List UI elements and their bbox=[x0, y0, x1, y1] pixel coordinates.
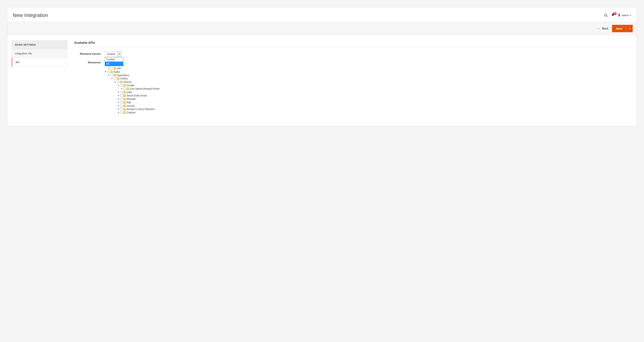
tree-node[interactable]: Analytics bbox=[105, 63, 632, 67]
action-toolbar: ← Back Save bbox=[7, 22, 637, 35]
search-icon[interactable] bbox=[604, 13, 608, 17]
tree-node[interactable]: Reorder bbox=[118, 97, 632, 101]
folder-icon bbox=[123, 98, 126, 100]
tree-toggle-icon[interactable] bbox=[118, 112, 119, 113]
tree-toggle-icon[interactable] bbox=[118, 92, 119, 93]
tree-checkbox[interactable] bbox=[120, 108, 122, 110]
tree-node-label: Cancel bbox=[127, 104, 134, 108]
tree-node[interactable]: Sales bbox=[105, 70, 632, 74]
user-icon bbox=[618, 14, 621, 17]
tree-checkbox[interactable] bbox=[110, 67, 113, 70]
folder-icon bbox=[126, 88, 129, 90]
select-value: Custom bbox=[105, 52, 117, 57]
tree-node-label: Accept or Deny Payment bbox=[127, 107, 154, 111]
tree-checkbox[interactable] bbox=[120, 91, 122, 93]
tree-checkbox[interactable] bbox=[120, 101, 122, 104]
tree-toggle-icon[interactable] bbox=[118, 102, 119, 103]
sidebar-item-label: API bbox=[16, 61, 20, 64]
tree-checkbox[interactable] bbox=[120, 111, 122, 114]
tree-toggle-icon[interactable] bbox=[118, 105, 119, 106]
tree-checkbox[interactable] bbox=[120, 105, 122, 107]
sidebar-item-api[interactable]: API bbox=[12, 58, 68, 67]
tree-checkbox[interactable] bbox=[120, 84, 122, 87]
tree-node-label: View bbox=[127, 91, 132, 94]
sidebar-item-label: Integration Info bbox=[15, 52, 32, 55]
notifications-button[interactable]: 39 bbox=[611, 13, 614, 18]
tree-checkbox[interactable] bbox=[107, 71, 110, 73]
tree-node[interactable]: ard bbox=[105, 60, 632, 63]
tree-node[interactable]: Send Order Email bbox=[118, 94, 632, 97]
tree-node[interactable]: Edit bbox=[118, 101, 632, 104]
chevron-down-icon bbox=[119, 54, 120, 55]
tree-node-label: Operations bbox=[117, 74, 129, 77]
tree-node[interactable]: Cancel bbox=[118, 104, 632, 108]
notification-count: 39 bbox=[613, 13, 616, 15]
resource-access-label: Resource Access bbox=[74, 51, 105, 55]
tree-node-label: Capture bbox=[127, 111, 136, 114]
tree-checkbox[interactable] bbox=[114, 77, 116, 80]
tree-node-label: Edit bbox=[127, 101, 131, 104]
tree-node[interactable]: View bbox=[118, 91, 632, 94]
tree-node[interactable]: API bbox=[108, 67, 632, 70]
sidebar-item-integration-info[interactable]: Integration Info bbox=[12, 49, 68, 58]
folder-icon bbox=[114, 74, 116, 76]
svg-line-1 bbox=[606, 16, 607, 17]
save-dropdown-button[interactable] bbox=[626, 25, 633, 32]
tree-toggle-icon[interactable] bbox=[121, 88, 122, 89]
tree-toggle-icon[interactable] bbox=[114, 82, 116, 83]
tree-node-label: Send Order Email bbox=[127, 94, 146, 97]
tree-node-label: Sales bbox=[114, 70, 120, 74]
tree-checkbox[interactable] bbox=[117, 81, 119, 83]
resource-access-dropdown: Custom All bbox=[105, 57, 123, 66]
tree-toggle-icon[interactable] bbox=[118, 98, 119, 100]
tree-toggle-icon[interactable] bbox=[118, 109, 119, 110]
tree-toggle-icon[interactable] bbox=[108, 68, 110, 69]
folder-icon bbox=[114, 67, 116, 70]
chevron-down-icon bbox=[630, 15, 631, 16]
tree-checkbox[interactable] bbox=[120, 98, 122, 100]
tree-node[interactable]: Actions bbox=[114, 80, 632, 84]
tree-node-label: Can Spend Reward Points bbox=[130, 87, 160, 91]
tree-node-label: Create bbox=[127, 84, 134, 87]
folder-icon bbox=[123, 108, 126, 110]
tree-toggle-icon[interactable] bbox=[108, 75, 110, 76]
tree-toggle-icon[interactable] bbox=[118, 95, 119, 96]
settings-sidebar: BASIC SETTINGS Integration Info API bbox=[12, 40, 68, 67]
folder-icon bbox=[117, 78, 120, 80]
tree-node-label: Actions bbox=[124, 80, 132, 84]
tree-node-label: Reorder bbox=[127, 97, 136, 101]
section-title: Available APIs bbox=[74, 41, 632, 47]
tree-node-label: Orders bbox=[120, 77, 128, 80]
select-toggle[interactable] bbox=[117, 52, 122, 57]
tree-checkbox[interactable] bbox=[120, 94, 122, 97]
tree-checkbox[interactable] bbox=[124, 88, 126, 90]
tree-toggle-icon[interactable] bbox=[105, 71, 106, 72]
resource-access-select[interactable]: Custom bbox=[105, 51, 122, 57]
tree-node[interactable]: Can Spend Reward Points bbox=[121, 87, 632, 91]
back-label: Back bbox=[602, 27, 608, 30]
page-title: New Integration bbox=[13, 13, 48, 18]
save-button[interactable]: Save bbox=[612, 25, 626, 32]
tree-node[interactable]: Orders bbox=[111, 77, 632, 80]
tree-node[interactable]: Capture bbox=[118, 111, 632, 114]
tree-node[interactable]: Create bbox=[118, 84, 632, 87]
page-header: New Integration 39 bbox=[7, 7, 637, 22]
folder-icon bbox=[123, 94, 126, 97]
dropdown-option-custom[interactable]: Custom bbox=[105, 57, 123, 62]
tree-toggle-icon[interactable] bbox=[111, 78, 113, 79]
tree-toggle-icon[interactable] bbox=[118, 85, 119, 86]
resources-label: Resources bbox=[74, 60, 105, 64]
dropdown-option-all[interactable]: All bbox=[105, 62, 123, 66]
tree-node[interactable]: Operations bbox=[108, 74, 632, 77]
user-menu[interactable]: admin bbox=[618, 14, 631, 17]
folder-icon bbox=[110, 71, 113, 73]
folder-icon bbox=[123, 91, 126, 93]
tree-checkbox[interactable] bbox=[110, 74, 113, 77]
folder-icon bbox=[123, 112, 126, 114]
folder-icon bbox=[123, 84, 126, 87]
back-button[interactable]: ← Back bbox=[597, 27, 608, 30]
resources-tree: ardAnalyticsAPISalesOperationsOrdersActi… bbox=[105, 60, 632, 114]
folder-icon bbox=[123, 101, 126, 103]
tree-node-label: API bbox=[117, 67, 121, 70]
tree-node[interactable]: Accept or Deny Payment bbox=[118, 107, 632, 111]
